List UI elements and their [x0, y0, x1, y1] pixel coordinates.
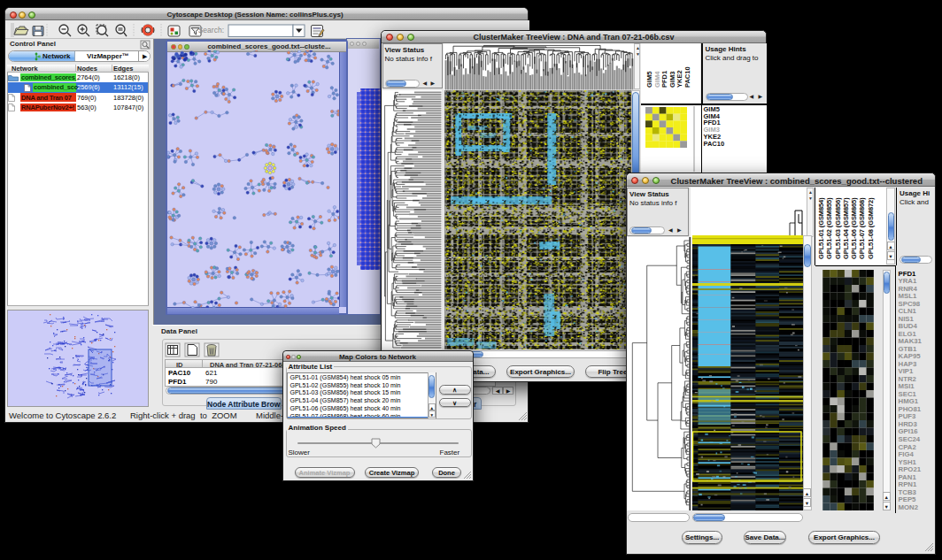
- svg-text:Search:: Search:: [198, 26, 224, 35]
